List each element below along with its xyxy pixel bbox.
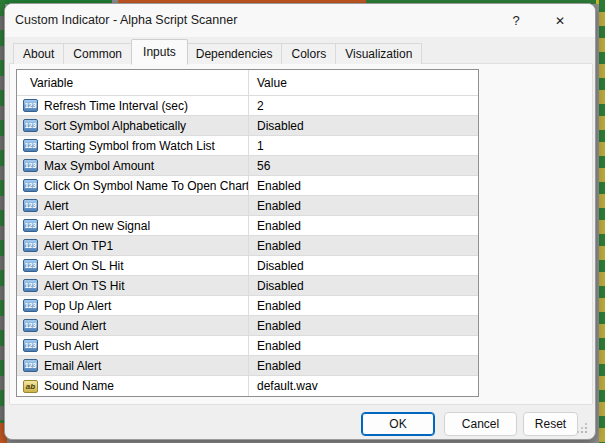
variable-label: Alert bbox=[44, 199, 69, 213]
table-row[interactable]: 123Alert On TS Hit Disabled bbox=[17, 276, 478, 296]
table-row[interactable]: 123Alert On new Signal Enabled bbox=[17, 216, 478, 236]
value-cell[interactable]: 56 bbox=[248, 156, 478, 175]
numeric-input-icon: 123 bbox=[23, 299, 38, 312]
cancel-button[interactable]: Cancel bbox=[444, 412, 517, 436]
value-cell[interactable]: Enabled bbox=[248, 236, 478, 255]
value-cell[interactable]: 2 bbox=[248, 96, 478, 115]
value-cell[interactable]: Enabled bbox=[248, 296, 478, 315]
table-row[interactable]: 123Refresh Time Interval (sec) 2 bbox=[17, 96, 478, 116]
numeric-input-icon: 123 bbox=[23, 279, 38, 292]
tab-common[interactable]: Common bbox=[64, 43, 132, 64]
table-row[interactable]: 123Push Alert Enabled bbox=[17, 336, 478, 356]
table-header-row: Variable Value bbox=[17, 70, 478, 96]
numeric-input-icon: 123 bbox=[23, 159, 38, 172]
table-row[interactable]: 123Click On Symbol Name To Open Chart ..… bbox=[17, 176, 478, 196]
tab-about[interactable]: About bbox=[13, 43, 64, 64]
value-cell[interactable]: Enabled bbox=[248, 216, 478, 235]
variable-label: Sound Name bbox=[44, 379, 114, 393]
variable-label: Alert On TP1 bbox=[44, 239, 113, 253]
tab-inputs[interactable]: Inputs bbox=[131, 39, 188, 65]
tab-visualization[interactable]: Visualization bbox=[336, 43, 422, 64]
dialog-title: Custom Indicator - Alpha Script Scanner bbox=[15, 4, 237, 37]
table-row[interactable]: 123Starting Symbol from Watch List 1 bbox=[17, 136, 478, 156]
titlebar: Custom Indicator - Alpha Script Scanner … bbox=[5, 4, 595, 37]
column-header-variable[interactable]: Variable bbox=[17, 70, 248, 95]
variable-label: Alert On new Signal bbox=[44, 219, 150, 233]
variable-label: Starting Symbol from Watch List bbox=[44, 139, 215, 153]
resize-grip[interactable] bbox=[577, 423, 588, 434]
value-cell[interactable]: Disabled bbox=[248, 276, 478, 295]
numeric-input-icon: 123 bbox=[23, 139, 38, 152]
ok-button[interactable]: OK bbox=[361, 412, 435, 436]
numeric-input-icon: 123 bbox=[23, 219, 38, 232]
variable-label: Refresh Time Interval (sec) bbox=[44, 99, 188, 113]
value-cell[interactable]: Disabled bbox=[248, 116, 478, 135]
close-icon[interactable]: ✕ bbox=[543, 8, 577, 34]
value-cell[interactable]: Enabled bbox=[248, 356, 478, 375]
numeric-input-icon: 123 bbox=[23, 319, 38, 332]
tab-dependencies[interactable]: Dependencies bbox=[187, 43, 283, 64]
table-row[interactable]: 123Email Alert Enabled bbox=[17, 356, 478, 376]
table-row[interactable]: 123Alert On TP1 Enabled bbox=[17, 236, 478, 256]
value-cell[interactable]: Enabled bbox=[248, 196, 478, 215]
help-button[interactable]: ? bbox=[499, 8, 533, 34]
string-input-icon: ab bbox=[23, 380, 38, 393]
variable-label: Sound Alert bbox=[44, 319, 106, 333]
parameters-table: Variable Value 123Refresh Time Interval … bbox=[16, 69, 479, 397]
value-cell[interactable]: default.wav bbox=[248, 376, 478, 396]
value-cell[interactable]: Enabled bbox=[248, 176, 478, 195]
inputs-tab-page: Variable Value 123Refresh Time Interval … bbox=[9, 63, 593, 405]
value-cell[interactable]: Enabled bbox=[248, 316, 478, 335]
numeric-input-icon: 123 bbox=[23, 99, 38, 112]
numeric-input-icon: 123 bbox=[23, 199, 38, 212]
tab-bar: About Common Inputs Dependencies Colors … bbox=[13, 38, 422, 64]
numeric-input-icon: 123 bbox=[23, 359, 38, 372]
numeric-input-icon: 123 bbox=[23, 119, 38, 132]
reset-button[interactable]: Reset bbox=[523, 412, 578, 436]
numeric-input-icon: 123 bbox=[23, 179, 38, 192]
variable-label: Pop Up Alert bbox=[44, 299, 111, 313]
variable-label: Alert On SL Hit bbox=[44, 259, 124, 273]
numeric-input-icon: 123 bbox=[23, 259, 38, 272]
table-row[interactable]: 123Max Symbol Amount 56 bbox=[17, 156, 478, 176]
variable-label: Alert On TS Hit bbox=[44, 279, 124, 293]
chart-background-right-strip bbox=[599, 0, 605, 443]
variable-label: Click On Symbol Name To Open Chart ... bbox=[44, 179, 248, 193]
variable-label: Sort Symbol Alphabetically bbox=[44, 119, 186, 133]
table-row[interactable]: 123Pop Up Alert Enabled bbox=[17, 296, 478, 316]
value-cell[interactable]: Disabled bbox=[248, 256, 478, 275]
table-row[interactable]: 123Sort Symbol Alphabetically Disabled bbox=[17, 116, 478, 136]
numeric-input-icon: 123 bbox=[23, 339, 38, 352]
variable-label: Push Alert bbox=[44, 339, 99, 353]
value-cell[interactable]: 1 bbox=[248, 136, 478, 155]
custom-indicator-dialog: Custom Indicator - Alpha Script Scanner … bbox=[4, 3, 596, 440]
variable-label: Max Symbol Amount bbox=[44, 159, 154, 173]
table-row[interactable]: 123Alert On SL Hit Disabled bbox=[17, 256, 478, 276]
value-cell[interactable]: Enabled bbox=[248, 336, 478, 355]
table-row[interactable]: abSound Name default.wav bbox=[17, 376, 478, 396]
numeric-input-icon: 123 bbox=[23, 239, 38, 252]
tab-colors[interactable]: Colors bbox=[282, 43, 336, 64]
column-header-value[interactable]: Value bbox=[248, 70, 478, 95]
table-row[interactable]: 123Alert Enabled bbox=[17, 196, 478, 216]
table-row[interactable]: 123Sound Alert Enabled bbox=[17, 316, 478, 336]
variable-label: Email Alert bbox=[44, 359, 101, 373]
